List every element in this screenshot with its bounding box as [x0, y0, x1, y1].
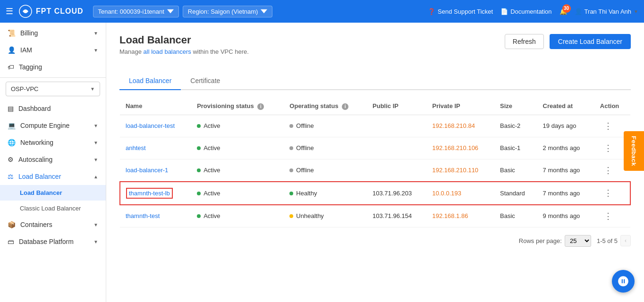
- operating-info-icon[interactable]: i: [342, 103, 348, 110]
- sidebar-divider: [0, 77, 106, 78]
- content-header-left: Load Balancer Manage all load balancers …: [119, 34, 249, 65]
- table-header-row: Name Provisioning status i Operating sta…: [120, 98, 630, 115]
- provisioning-status: Active: [191, 159, 284, 182]
- iam-icon: 👤: [8, 46, 16, 54]
- main-layout: 📜 Billing ▼ 👤 IAM ▼ 🏷 Tagging: [0, 23, 644, 302]
- col-name: Name: [120, 98, 191, 115]
- chevron-down-icon: ▼: [93, 48, 98, 53]
- provisioning-status: Active: [191, 182, 284, 205]
- action-menu[interactable]: ⋮: [600, 210, 616, 222]
- pagination-prev[interactable]: ‹: [620, 235, 631, 246]
- provisioning-info-icon[interactable]: i: [257, 103, 264, 110]
- size: Basic-2: [494, 115, 537, 137]
- region-selector[interactable]: Region: Saigon (Vietnam): [183, 6, 273, 17]
- tagging-icon: 🏷: [8, 63, 14, 71]
- public-ip: 103.71.96.203: [367, 182, 426, 205]
- table-row: thamnth-test Active Unhealthy 103.71.96.…: [120, 205, 630, 227]
- lb-name-link[interactable]: load-balancer-1: [126, 167, 168, 174]
- created-at: 7 months ago: [537, 182, 594, 205]
- action-menu[interactable]: ⋮: [600, 187, 616, 199]
- sidebar-item-dashboard[interactable]: ▤ Dashboard: [0, 100, 106, 117]
- page-subtitle: Manage all load balancers within the VPC…: [119, 48, 249, 55]
- refresh-button[interactable]: Refresh: [505, 34, 544, 49]
- lb-name-link[interactable]: load-balancer-test: [126, 122, 175, 129]
- chevron-down-icon: ▼: [93, 157, 98, 162]
- sidebar-item-billing[interactable]: 📜 Billing ▼: [0, 25, 106, 42]
- private-ip: 192.168.210.84: [427, 115, 495, 137]
- sidebar-item-containers[interactable]: 📦 Containers ▼: [0, 216, 106, 233]
- rows-per-page-select[interactable]: 25 50 100: [565, 235, 591, 247]
- lb-name-link[interactable]: anhtest: [126, 144, 146, 151]
- lb-table: Name Provisioning status i Operating sta…: [119, 98, 631, 227]
- content-area: Load Balancer Manage all load balancers …: [106, 23, 644, 302]
- content-header: Load Balancer Manage all load balancers …: [119, 34, 631, 65]
- top-header: ☰ FPT CLOUD Tenant: 000039-i1tenant Regi…: [0, 0, 644, 23]
- sidebar-item-autoscaling[interactable]: ⚙ Autoscaling ▼: [0, 151, 106, 168]
- table-row: load-balancer-test Active Offline 192.16…: [120, 115, 630, 137]
- content-header-right: Refresh Create Load Balancer: [505, 34, 631, 49]
- provisioning-status: Active: [191, 137, 284, 159]
- tabs-container: Load Balancer Certificate: [119, 72, 631, 90]
- notification-btn[interactable]: 🔔 30: [559, 8, 567, 15]
- chevron-down-icon: ▼: [93, 123, 98, 128]
- feedback-container: Feedback: [624, 131, 644, 171]
- col-publicip: Public IP: [367, 98, 426, 115]
- size: Basic: [494, 159, 537, 182]
- documentation-btn[interactable]: 📄 Documentation: [500, 8, 551, 15]
- lb-name-link[interactable]: thamnth-test-lb: [126, 188, 173, 199]
- create-lb-button[interactable]: Create Load Balancer: [550, 34, 631, 49]
- action-menu[interactable]: ⋮: [600, 143, 616, 154]
- created-at: 9 months ago: [537, 205, 594, 227]
- feedback-button[interactable]: Feedback: [624, 131, 644, 171]
- menu-icon[interactable]: ☰: [6, 6, 13, 17]
- user-menu[interactable]: 👤 Tran Thi Van Anh ▼: [575, 8, 638, 15]
- operating-status: Offline: [284, 159, 367, 182]
- public-ip: [367, 137, 426, 159]
- lb-name-link[interactable]: thamnth-test: [126, 212, 160, 219]
- rows-per-page: Rows per page: 25 50 100: [519, 235, 591, 247]
- col-created: Created at: [537, 98, 594, 115]
- networking-icon: 🌐: [8, 139, 16, 146]
- table-row: anhtest Active Offline 192.168.210.106 B…: [120, 137, 630, 159]
- operating-status: Healthy: [284, 182, 367, 205]
- vpc-selector[interactable]: OSP-VPC ▼: [6, 82, 100, 96]
- operating-status: Offline: [284, 137, 367, 159]
- dashboard-icon: ▤: [8, 105, 14, 112]
- sidebar-item-loadbalancer[interactable]: ⚖ Load Balancer ▲: [0, 168, 106, 185]
- ai-assistant-button[interactable]: [612, 270, 635, 293]
- header-selectors: Tenant: 000039-i1tenant Region: Saigon (…: [93, 6, 273, 17]
- tenant-selector[interactable]: Tenant: 000039-i1tenant: [93, 6, 179, 17]
- operating-status: Unhealthy: [284, 205, 367, 227]
- sidebar-item-tagging[interactable]: 🏷 Tagging: [0, 59, 106, 76]
- compute-icon: 💻: [8, 122, 16, 129]
- support-ticket-btn[interactable]: ❓ Send Support Ticket: [428, 8, 493, 15]
- action-menu[interactable]: ⋮: [600, 120, 616, 132]
- sidebar-item-networking[interactable]: 🌐 Networking ▼: [0, 134, 106, 151]
- subtitle-link[interactable]: all load balancers: [144, 48, 191, 55]
- page-title: Load Balancer: [119, 34, 249, 46]
- notification-count: 30: [562, 4, 571, 13]
- sidebar-sub-classic-lb[interactable]: Classic Load Balancer: [0, 201, 106, 216]
- private-ip: 192.168.210.106: [427, 137, 495, 159]
- operating-status: Offline: [284, 115, 367, 137]
- action-menu[interactable]: ⋮: [600, 165, 616, 176]
- tab-certificate[interactable]: Certificate: [181, 72, 229, 90]
- size: Standard: [494, 182, 537, 205]
- tab-load-balancer[interactable]: Load Balancer: [119, 72, 181, 90]
- sidebar-item-compute[interactable]: 💻 Compute Engine ▼: [0, 117, 106, 134]
- col-size: Size: [494, 98, 537, 115]
- created-at: 7 months ago: [537, 159, 594, 182]
- chevron-down-icon: ▼: [90, 86, 95, 92]
- chevron-down-icon: ▼: [93, 239, 98, 244]
- chevron-up-icon: ▲: [93, 174, 98, 179]
- private-ip: 192.168.210.110: [427, 159, 495, 182]
- billing-icon: 📜: [8, 29, 16, 37]
- provisioning-status: Active: [191, 205, 284, 227]
- sidebar-sub-load-balancer[interactable]: Load Balancer: [0, 185, 106, 201]
- logo: FPT CLOUD: [19, 5, 84, 18]
- table-body: load-balancer-test Active Offline 192.16…: [120, 115, 630, 227]
- sidebar-item-iam[interactable]: 👤 IAM ▼: [0, 42, 106, 59]
- col-provisioning: Provisioning status i: [191, 98, 284, 115]
- chevron-down-icon: ▼: [93, 222, 98, 227]
- sidebar-item-database[interactable]: 🗃 Database Platform ▼: [0, 233, 106, 250]
